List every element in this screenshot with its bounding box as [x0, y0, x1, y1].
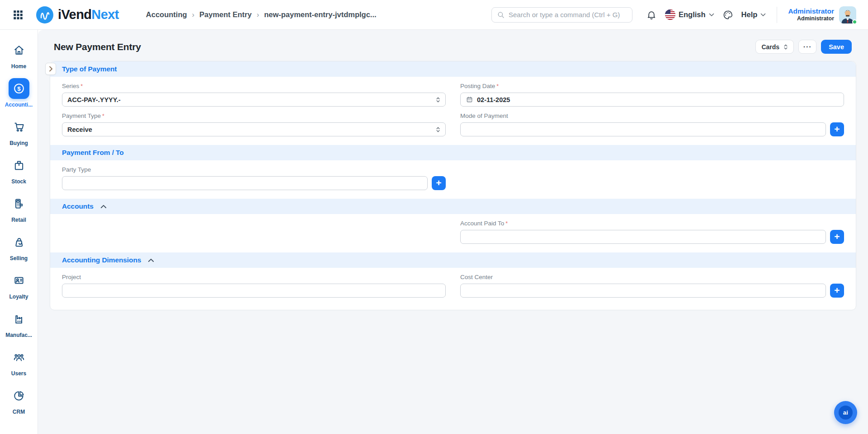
breadcrumb-accounting[interactable]: Accounting — [146, 10, 187, 19]
payment-type-value: Receive — [67, 126, 92, 133]
sidebar-item-label: Home — [11, 63, 26, 70]
payment-entry-form-card: Type of Payment Series* ACC-PAY-.YYYY.- … — [50, 61, 856, 310]
top-header: iVendNext Accounting › Payment Entry › n… — [0, 0, 868, 30]
users-icon — [9, 347, 29, 368]
sidebar-item-home[interactable]: Home — [0, 37, 38, 75]
view-switcher-label: Cards — [761, 43, 779, 51]
search-input[interactable] — [509, 11, 627, 19]
help-menu[interactable]: Help — [741, 10, 766, 19]
more-options-label: ··· — [803, 43, 812, 51]
sidebar-item-loyalty[interactable]: Loyalty — [0, 267, 38, 306]
section-accounts: Accounts — [50, 199, 856, 214]
field-project: Project — [62, 274, 446, 298]
chevron-right-icon — [49, 66, 53, 72]
page-actions: Cards ··· Save — [755, 40, 852, 54]
user-role: Administrator — [797, 15, 834, 23]
brand-logo[interactable]: iVendNext — [36, 6, 119, 23]
section-title: Payment From / To — [62, 149, 124, 157]
view-switcher-button[interactable]: Cards — [755, 40, 794, 54]
add-mode-of-payment-button[interactable]: + — [830, 122, 844, 136]
save-button[interactable]: Save — [821, 40, 852, 54]
section-payment-from-to: Payment From / To — [50, 145, 856, 160]
form-sidebar-expand-button[interactable] — [45, 63, 56, 75]
field-label: Series* — [62, 83, 446, 89]
party-type-input[interactable] — [62, 176, 428, 190]
pie-chart-icon — [9, 385, 29, 406]
user-name: Administrator — [788, 7, 834, 15]
home-icon — [9, 40, 29, 61]
up-down-stepper-icon — [783, 44, 788, 50]
theme-switcher-button[interactable] — [722, 9, 733, 20]
cart-icon — [9, 117, 29, 137]
field-label: Payment Type* — [62, 112, 446, 119]
ai-icon: ai — [839, 406, 853, 420]
payment-type-select[interactable]: Receive — [62, 122, 446, 136]
global-search[interactable] — [491, 7, 632, 23]
notifications-button[interactable] — [646, 9, 657, 20]
more-options-button[interactable]: ··· — [798, 40, 816, 54]
sidebar-item-selling[interactable]: Selling — [0, 229, 38, 267]
posting-date-input[interactable]: 02-11-2025 — [460, 93, 844, 107]
account-paid-to-input[interactable] — [460, 230, 826, 244]
id-card-icon — [9, 270, 29, 291]
field-series: Series* ACC-PAY-.YYYY.- — [62, 83, 446, 107]
add-party-type-button[interactable]: + — [432, 176, 446, 190]
page-header: New Payment Entry Cards ··· Save — [38, 30, 868, 61]
collapse-section-button[interactable] — [148, 258, 154, 262]
project-input[interactable] — [62, 284, 446, 298]
empty-cell — [62, 220, 446, 244]
form-row: Payment Type* Receive Mode of Payment + — [50, 107, 856, 145]
user-menu[interactable]: Administrator Administrator — [788, 6, 856, 23]
language-selector[interactable]: English — [665, 9, 714, 20]
avatar[interactable] — [839, 6, 856, 23]
sidebar-item-label: Users — [11, 370, 26, 377]
chevron-up-icon — [148, 258, 154, 262]
header-divider — [777, 7, 777, 23]
shopping-bag-icon — [9, 232, 29, 252]
field-label: Project — [62, 274, 446, 280]
language-label: English — [679, 10, 706, 19]
sidebar-item-label: Stock — [11, 178, 26, 185]
section-title: Type of Payment — [62, 65, 117, 73]
sidebar: Home $ Accounti... Buying Stock — [0, 30, 38, 434]
form-row: Series* ACC-PAY-.YYYY.- Posting Date* 02… — [50, 77, 856, 107]
sidebar-item-retail[interactable]: Retail — [0, 191, 38, 229]
field-mode-of-payment: Mode of Payment + — [460, 112, 844, 136]
required-marker: * — [80, 83, 83, 89]
user-names: Administrator Administrator — [788, 7, 834, 23]
field-party-type: Party Type + — [62, 166, 446, 190]
form-row: Account Paid To* + — [50, 214, 856, 252]
collapse-section-button[interactable] — [100, 205, 107, 209]
sidebar-item-stock[interactable]: Stock — [0, 152, 38, 191]
grid-icon — [12, 9, 24, 21]
sidebar-item-manufacturing[interactable]: Manufac... — [0, 306, 38, 344]
ai-assistant-button[interactable]: ai — [834, 401, 857, 424]
sidebar-item-buying[interactable]: Buying — [0, 114, 38, 152]
app-grid-icon[interactable] — [11, 8, 25, 22]
app-body: Home $ Accounti... Buying Stock — [0, 30, 868, 434]
add-cost-center-button[interactable]: + — [830, 284, 844, 298]
posting-date-value: 02-11-2025 — [477, 96, 510, 103]
sidebar-item-label: Loyalty — [9, 294, 28, 300]
mode-of-payment-input[interactable] — [460, 122, 826, 136]
breadcrumb-separator: › — [187, 10, 200, 19]
add-account-paid-to-button[interactable]: + — [830, 230, 844, 244]
series-select[interactable]: ACC-PAY-.YYYY.- — [62, 93, 446, 107]
field-label: Account Paid To* — [460, 220, 844, 227]
online-status-dot — [852, 19, 857, 24]
up-down-stepper-icon — [436, 97, 440, 103]
sidebar-item-label: CRM — [13, 409, 25, 415]
required-marker: * — [102, 113, 104, 119]
sidebar-item-label: Buying — [9, 140, 28, 146]
pos-terminal-icon — [9, 193, 29, 214]
section-type-of-payment: Type of Payment — [50, 61, 856, 77]
cost-center-input[interactable] — [460, 284, 826, 298]
required-marker: * — [496, 83, 499, 89]
sidebar-item-accounting[interactable]: $ Accounti... — [0, 75, 38, 114]
series-value: ACC-PAY-.YYYY.- — [67, 96, 121, 103]
breadcrumb-payment-entry[interactable]: Payment Entry — [199, 10, 252, 19]
sidebar-item-crm[interactable]: CRM — [0, 383, 38, 421]
field-label: Party Type — [62, 166, 446, 173]
field-account-paid-to: Account Paid To* + — [460, 220, 844, 244]
sidebar-item-users[interactable]: Users — [0, 344, 38, 383]
